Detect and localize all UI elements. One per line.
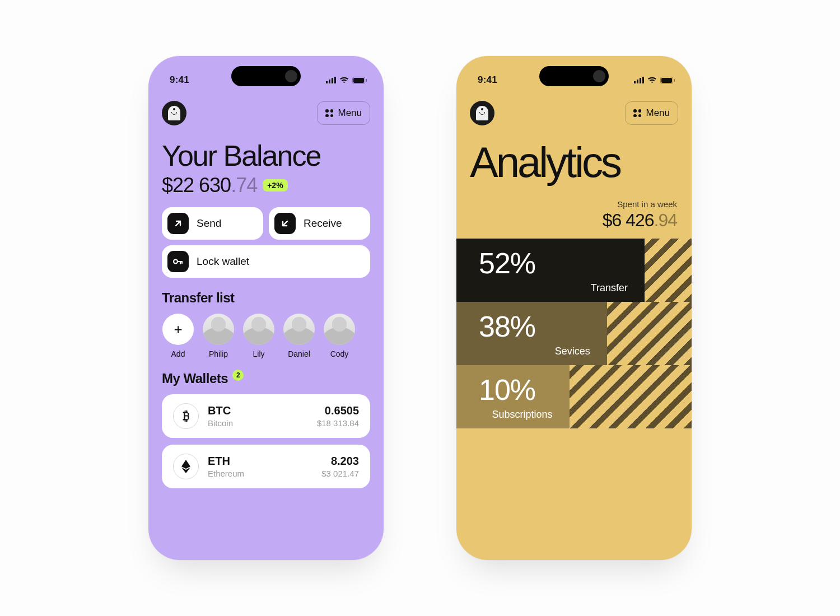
breakdown-percent: 10% xyxy=(479,375,556,404)
dynamic-island xyxy=(539,66,609,86)
svg-rect-15 xyxy=(674,79,675,82)
wallet-item-btc[interactable]: ₿ BTC Bitcoin 0.6505 $18 313.84 xyxy=(162,394,370,438)
wallets-count-badge: 2 xyxy=(232,370,244,381)
breakdown-label: Transfer xyxy=(591,282,631,294)
wallet-name: Ethereum xyxy=(208,469,312,478)
avatar-icon xyxy=(243,314,274,345)
receive-label: Receive xyxy=(304,217,342,230)
plus-icon: + xyxy=(162,314,194,345)
send-label: Send xyxy=(197,217,221,230)
spent-label: Spent in a week xyxy=(470,199,677,209)
transfer-list: + Add Philip Lily Daniel Cody xyxy=(162,314,370,358)
svg-rect-3 xyxy=(334,77,336,83)
cellular-icon xyxy=(326,77,336,83)
status-indicators xyxy=(634,77,675,84)
wallet-name: Bitcoin xyxy=(208,418,308,428)
wallets-list: ₿ BTC Bitcoin 0.6505 $18 313.84 ETH Ethe… xyxy=(162,394,370,488)
svg-rect-11 xyxy=(640,78,641,83)
page-title: Your Balance xyxy=(162,141,370,170)
contact-name: Daniel xyxy=(288,349,310,358)
menu-grid-icon xyxy=(325,109,333,117)
page-title: Analytics xyxy=(470,141,678,184)
balance-amount: $22 630.74 xyxy=(162,174,257,197)
header: Menu xyxy=(162,101,370,125)
add-label: Add xyxy=(171,349,185,358)
svg-rect-2 xyxy=(332,78,333,83)
battery-icon xyxy=(352,77,367,84)
profile-button[interactable] xyxy=(470,101,494,125)
contact-item[interactable]: Lily xyxy=(242,314,275,358)
breakdown-label: Sevices xyxy=(555,346,594,357)
wallet-item-eth[interactable]: ETH Ethereum 8.203 $3 021.47 xyxy=(162,445,370,488)
menu-label: Menu xyxy=(338,108,362,119)
send-icon xyxy=(167,213,189,234)
add-contact-button[interactable]: + Add xyxy=(162,314,194,358)
svg-rect-10 xyxy=(637,80,638,83)
svg-rect-9 xyxy=(634,81,636,83)
contact-item[interactable]: Philip xyxy=(202,314,235,358)
status-time: 9:41 xyxy=(170,74,189,86)
svg-rect-0 xyxy=(326,81,328,83)
receive-button[interactable]: Receive xyxy=(269,207,370,240)
status-indicators xyxy=(326,77,367,84)
balance-delta-badge: +2% xyxy=(263,179,287,192)
receive-icon xyxy=(274,213,296,234)
menu-button[interactable]: Menu xyxy=(317,101,370,125)
wallet-usd: $18 313.84 xyxy=(317,418,359,428)
avatar-icon xyxy=(203,314,234,345)
contact-name: Philip xyxy=(209,349,228,358)
send-button[interactable]: Send xyxy=(162,207,263,240)
spent-amount: $6 426.94 xyxy=(470,210,677,231)
breakdown-percent: 52% xyxy=(479,249,631,278)
screen-balance: 9:41 Menu Your Balance $22 630.74 +2% Se… xyxy=(148,56,384,560)
menu-grid-icon xyxy=(633,109,641,117)
battery-icon xyxy=(660,77,675,84)
svg-text:₿: ₿ xyxy=(183,409,189,423)
menu-button[interactable]: Menu xyxy=(625,101,678,125)
lock-label: Lock wallet xyxy=(197,255,249,268)
breakdown-row-subscriptions[interactable]: 10% Subscriptions xyxy=(456,365,692,428)
menu-label: Menu xyxy=(646,108,670,119)
screen-analytics: 9:41 Menu Analytics Spent in a week $6 4… xyxy=(456,56,692,560)
svg-rect-5 xyxy=(353,78,364,83)
contact-name: Cody xyxy=(330,349,349,358)
status-bar: 9:41 xyxy=(162,69,370,91)
breakdown-chart: 52% Transfer 38% Sevices 10% Subscriptio… xyxy=(456,239,692,428)
bitcoin-icon: ₿ xyxy=(173,403,199,429)
contact-name: Lily xyxy=(253,349,264,358)
avatar-icon xyxy=(324,314,355,345)
cellular-icon xyxy=(634,77,644,83)
svg-rect-14 xyxy=(661,78,672,83)
wallet-symbol: ETH xyxy=(208,455,312,468)
action-buttons: Send Receive Lock wallet xyxy=(162,207,370,278)
ethereum-icon xyxy=(173,454,199,479)
wallet-usd: $3 021.47 xyxy=(321,469,359,478)
breakdown-percent: 38% xyxy=(479,312,594,341)
spent-summary: Spent in a week $6 426.94 xyxy=(470,199,678,231)
status-time: 9:41 xyxy=(478,74,497,86)
header: Menu xyxy=(470,101,678,125)
dynamic-island xyxy=(231,66,301,86)
avatar-icon xyxy=(283,314,315,345)
key-icon xyxy=(167,251,189,272)
profile-button[interactable] xyxy=(162,101,186,125)
wifi-icon xyxy=(647,77,657,83)
status-bar: 9:41 xyxy=(470,69,678,91)
contact-item[interactable]: Daniel xyxy=(283,314,315,358)
svg-rect-12 xyxy=(642,77,644,83)
breakdown-label: Subscriptions xyxy=(492,409,556,421)
svg-rect-1 xyxy=(329,80,330,83)
wifi-icon xyxy=(339,77,349,83)
wallet-symbol: BTC xyxy=(208,404,308,417)
wallets-heading: My Wallets 2 xyxy=(162,371,370,386)
svg-rect-6 xyxy=(366,79,367,82)
lock-wallet-button[interactable]: Lock wallet xyxy=(162,245,370,278)
transfer-heading: Transfer list xyxy=(162,290,370,306)
breakdown-row-services[interactable]: 38% Sevices xyxy=(456,302,692,365)
wallet-amount: 0.6505 xyxy=(317,404,359,417)
wallet-amount: 8.203 xyxy=(321,455,359,468)
breakdown-row-transfer[interactable]: 52% Transfer xyxy=(456,239,692,302)
contact-item[interactable]: Cody xyxy=(323,314,356,358)
